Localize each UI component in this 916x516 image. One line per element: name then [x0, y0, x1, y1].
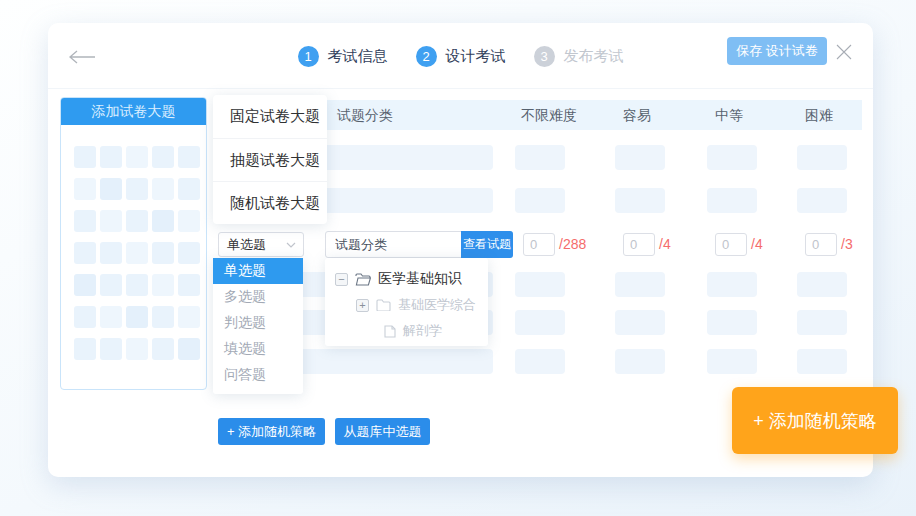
placeholder-square: [152, 338, 174, 360]
placeholder-square: [178, 146, 200, 168]
tree-node-leaf[interactable]: 解剖学: [325, 318, 488, 344]
count-input[interactable]: [805, 233, 837, 256]
placeholder-square: [178, 274, 200, 296]
count-total: /3: [841, 236, 853, 252]
folder-open-icon: [355, 273, 371, 286]
placeholder-square: [126, 178, 148, 200]
table-row: [215, 272, 862, 297]
column-header-easy: 容易: [623, 107, 651, 125]
step-design-exam[interactable]: 2 设计考试: [416, 46, 506, 67]
placeholder-square: [178, 210, 200, 232]
placeholder-square: [126, 146, 148, 168]
folder-icon: [376, 299, 391, 311]
placeholder-square: [100, 146, 122, 168]
placeholder-grid: [61, 125, 206, 360]
placeholder-square: [152, 146, 174, 168]
placeholder-square: [126, 306, 148, 328]
placeholder-square: [74, 146, 96, 168]
step-publish-exam[interactable]: 3 发布考试: [534, 46, 624, 67]
placeholder-square: [178, 178, 200, 200]
count-medium: /4: [715, 232, 763, 256]
table-row: [215, 310, 862, 335]
category-tree-panel: − 医学基础知识 + 基础医学综合: [325, 258, 488, 346]
tree-node-label: 解剖学: [403, 322, 442, 340]
column-header-medium: 中等: [715, 107, 743, 125]
option-judge-choice[interactable]: 判选题: [213, 310, 303, 336]
expand-plus-icon[interactable]: +: [356, 299, 369, 312]
step-number-badge: 3: [534, 46, 555, 67]
view-questions-button[interactable]: 查看试题: [461, 231, 513, 258]
placeholder-square: [74, 338, 96, 360]
section-type-menu: 固定试卷大题 抽题试卷大题 随机试卷大题: [213, 95, 327, 224]
file-icon: [384, 325, 396, 338]
count-input[interactable]: [623, 233, 655, 256]
pick-from-bank-button[interactable]: 从题库中选题: [335, 418, 430, 445]
placeholder-square: [152, 242, 174, 264]
question-type-select[interactable]: 单选题: [218, 232, 304, 257]
placeholder-square: [74, 242, 96, 264]
placeholder-square: [74, 306, 96, 328]
count-hard: /3: [805, 232, 853, 256]
tree-node-label: 基础医学综合: [398, 296, 476, 314]
tree-node-child[interactable]: + 基础医学综合: [325, 292, 488, 318]
placeholder-square: [152, 178, 174, 200]
column-header-category: 试题分类: [337, 107, 393, 125]
collapse-minus-icon[interactable]: −: [335, 273, 348, 286]
placeholder-square: [74, 274, 96, 296]
exam-designer-card: 1 考试信息 2 设计考试 3 发布考试 保存 设计试卷 添加试卷大题 试题分类…: [48, 23, 873, 477]
count-any-difficulty: /288: [523, 232, 586, 256]
count-total: /4: [751, 236, 763, 252]
add-section-button[interactable]: 添加试卷大题: [61, 98, 206, 125]
tree-node-root[interactable]: − 医学基础知识: [325, 266, 488, 292]
step-indicator: 1 考试信息 2 设计考试 3 发布考试: [298, 46, 624, 67]
step-number-badge: 1: [298, 46, 319, 67]
placeholder-square: [126, 210, 148, 232]
count-easy: /4: [623, 232, 671, 256]
placeholder-square: [74, 210, 96, 232]
step-label: 设计考试: [446, 47, 506, 66]
option-qa[interactable]: 问答题: [213, 362, 303, 388]
count-input[interactable]: [523, 233, 555, 256]
step-label: 考试信息: [328, 47, 388, 66]
count-input[interactable]: [715, 233, 747, 256]
add-random-strategy-cta-button[interactable]: + 添加随机策略: [732, 387, 898, 454]
placeholder-square: [100, 274, 122, 296]
question-type-options: 单选题 多选题 判选题 填选题 问答题: [213, 258, 303, 394]
placeholder-square: [126, 242, 148, 264]
placeholder-square: [100, 306, 122, 328]
paper-sections-panel: 添加试卷大题: [60, 97, 207, 390]
step-number-badge: 2: [416, 46, 437, 67]
wizard-header: 1 考试信息 2 设计考试 3 发布考试 保存 设计试卷: [48, 23, 873, 89]
chevron-down-icon: [286, 242, 296, 248]
add-random-strategy-button[interactable]: + 添加随机策略: [218, 418, 325, 445]
menu-item-fixed-section[interactable]: 固定试卷大题: [213, 95, 327, 138]
placeholder-square: [100, 338, 122, 360]
column-header-hard: 困难: [805, 107, 833, 125]
placeholder-square: [152, 274, 174, 296]
menu-item-random-section[interactable]: 随机试卷大题: [213, 181, 327, 224]
placeholder-square: [100, 210, 122, 232]
placeholder-square: [74, 178, 96, 200]
category-input-group: 查看试题: [325, 231, 513, 258]
placeholder-square: [152, 210, 174, 232]
placeholder-square: [178, 242, 200, 264]
placeholder-square: [178, 338, 200, 360]
menu-item-drawn-section[interactable]: 抽题试卷大题: [213, 138, 327, 181]
placeholder-square: [152, 306, 174, 328]
option-fill-choice[interactable]: 填选题: [213, 336, 303, 362]
placeholder-square: [178, 306, 200, 328]
step-label: 发布考试: [564, 47, 624, 66]
step-exam-info[interactable]: 1 考试信息: [298, 46, 388, 67]
close-icon[interactable]: [835, 43, 853, 65]
placeholder-square: [126, 338, 148, 360]
option-single-choice[interactable]: 单选题: [213, 258, 303, 284]
placeholder-square: [126, 274, 148, 296]
placeholder-square: [100, 178, 122, 200]
table-row: [215, 349, 862, 374]
placeholder-square: [100, 242, 122, 264]
back-arrow-icon[interactable]: [68, 49, 96, 69]
option-multi-choice[interactable]: 多选题: [213, 284, 303, 310]
count-total: /4: [659, 236, 671, 252]
save-paper-button[interactable]: 保存 设计试卷: [727, 37, 827, 65]
count-total: /288: [559, 236, 586, 252]
